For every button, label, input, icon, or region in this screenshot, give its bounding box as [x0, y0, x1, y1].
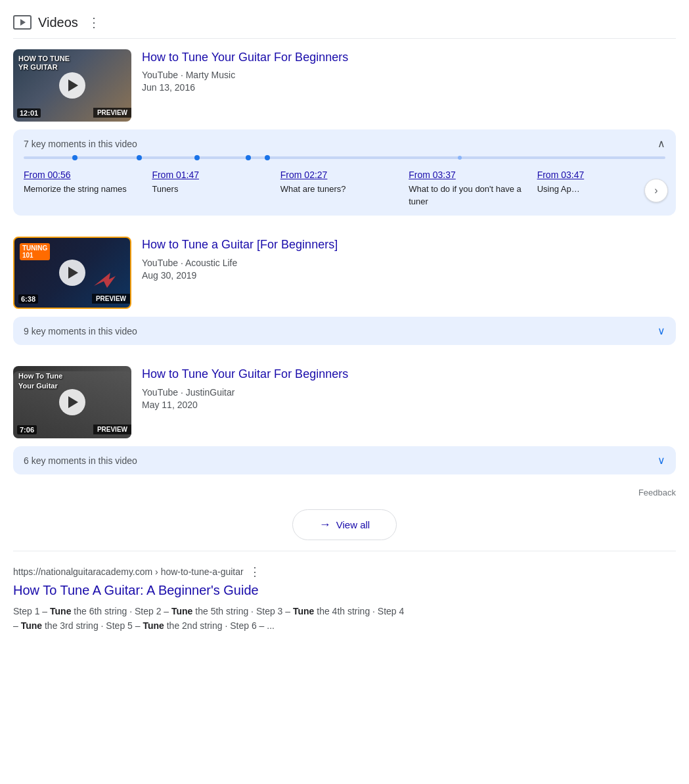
- video-thumbnail-1[interactable]: HOW TO TUNEYR GUITAR 12:01 PREVIEW: [13, 49, 131, 122]
- duration-badge-1: 12:01: [17, 108, 41, 118]
- play-triangle-1: [68, 80, 78, 91]
- duration-badge-2: 6:38: [18, 294, 38, 304]
- video-thumbnail-3[interactable]: How To TuneYour Guitar 7:06 PREVIEW: [13, 366, 131, 438]
- video-source-1: YouTube: [142, 70, 178, 80]
- play-icon: [20, 19, 26, 26]
- feedback-row: Feedback: [13, 485, 676, 504]
- video-info-2: How to Tune a Guitar [For Beginners] You…: [142, 237, 676, 280]
- video-card-2: TUNING101 6:38 PREVIEW How to Tune a Gui…: [13, 226, 676, 345]
- timeline-dot-4: [246, 155, 251, 160]
- result-title[interactable]: How To Tune A Guitar: A Beginner's Guide: [13, 582, 676, 599]
- section-title: Videos: [38, 15, 78, 30]
- moment-item-1-1: From 00:56 Memorize the string names: [24, 170, 152, 208]
- moment-desc-1-4: What to do if you don't have a tuner: [409, 184, 522, 206]
- key-moments-collapsed-3[interactable]: 6 key moments in this video ∨: [13, 446, 676, 474]
- result-snippet: Step 1 – Tune the 6th string · Step 2 – …: [13, 604, 676, 633]
- result-url: https://nationalguitaracademy.com › how-…: [13, 565, 676, 579]
- preview-badge-1: PREVIEW: [93, 108, 131, 118]
- key-moments-collapsed-2[interactable]: 9 key moments in this video ∨: [13, 317, 676, 345]
- moment-item-1-2: From 01:47 Tuners: [152, 170, 280, 208]
- key-moments-panel-1: 7 key moments in this video ∧ From 00:56…: [13, 129, 676, 216]
- moment-item-1-4: From 03:37 What to do if you don't have …: [409, 170, 537, 208]
- video-info-3: How to Tune Your Guitar For Beginners Yo…: [142, 366, 676, 409]
- video-card-3: How To TuneYour Guitar 7:06 PREVIEW How …: [13, 356, 676, 474]
- more-options-icon[interactable]: ⋮: [87, 14, 101, 30]
- bold-tune-2: Tune: [171, 606, 192, 616]
- video-date-2: Aug 30, 2019: [142, 270, 676, 281]
- video-meta-2: YouTube · Acoustic Life: [142, 258, 676, 268]
- view-all-row: → View all: [13, 504, 676, 551]
- video-thumbnail-2[interactable]: TUNING101 6:38 PREVIEW: [13, 237, 131, 309]
- collapse-moments-icon-1[interactable]: ∧: [657, 137, 665, 150]
- video-card-1: HOW TO TUNEYR GUITAR 12:01 PREVIEW How t…: [13, 39, 676, 216]
- video-channel-1: Marty Music: [186, 70, 235, 80]
- thumb-label-2: TUNING101: [20, 243, 50, 260]
- play-triangle-2: [68, 267, 78, 279]
- feedback-label[interactable]: Feedback: [638, 488, 676, 497]
- video-channel-2: Acoustic Life: [185, 258, 237, 268]
- video-source-3: YouTube: [142, 387, 178, 398]
- moment-time-1-4[interactable]: From 03:37: [409, 170, 529, 180]
- moment-desc-1-3: What are tuners?: [280, 184, 346, 194]
- play-button-2[interactable]: [59, 260, 85, 286]
- video-title-3[interactable]: How to Tune Your Guitar For Beginners: [142, 366, 676, 382]
- timeline-dot-3: [194, 155, 200, 160]
- timeline-bar-1: [24, 156, 665, 159]
- key-moments-label-1: 7 key moments in this video: [24, 139, 137, 149]
- key-moments-label-2: 9 key moments in this video: [24, 326, 137, 336]
- bold-tune-1: Tune: [50, 606, 71, 616]
- thumb-label-1: HOW TO TUNEYR GUITAR: [18, 55, 70, 72]
- video-title-2[interactable]: How to Tune a Guitar [For Beginners]: [142, 237, 676, 253]
- moment-time-1-1[interactable]: From 00:56: [24, 170, 144, 180]
- video-title-1[interactable]: How to Tune Your Guitar For Beginners: [142, 49, 676, 66]
- moments-grid-1: From 00:56 Memorize the string names Fro…: [24, 170, 665, 208]
- video-meta-3: YouTube · JustinGuitar: [142, 387, 676, 398]
- video-date-1: Jun 13, 2016: [142, 82, 676, 93]
- timeline-dot-5: [265, 155, 270, 160]
- moment-time-1-3[interactable]: From 02:27: [280, 170, 401, 180]
- moment-time-1-2[interactable]: From 01:47: [152, 170, 272, 180]
- url-text: https://nationalguitaracademy.com › how-…: [13, 566, 244, 577]
- chevron-right-icon: ›: [654, 185, 657, 196]
- moment-desc-1-2: Tuners: [152, 184, 178, 194]
- key-moments-header-1: 7 key moments in this video ∧: [24, 137, 665, 150]
- video-date-3: May 11, 2020: [142, 400, 676, 410]
- moment-desc-1-1: Memorize the string names: [24, 184, 127, 194]
- timeline-dot-sm-1: [458, 156, 462, 160]
- bold-tune-3: Tune: [293, 606, 314, 616]
- arrow-right-icon: →: [319, 518, 331, 532]
- play-button-1[interactable]: [59, 72, 85, 99]
- result-options-icon[interactable]: ⋮: [249, 565, 261, 579]
- video-meta-1: YouTube · Marty Music: [142, 70, 676, 80]
- expand-moments-icon-3[interactable]: ∨: [657, 454, 665, 467]
- bold-tune-5: Tune: [143, 620, 164, 631]
- moment-time-1-5[interactable]: From 03:47: [537, 170, 657, 180]
- video-channel-3: JustinGuitar: [186, 387, 235, 398]
- preview-badge-3: PREVIEW: [93, 425, 131, 434]
- play-button-3[interactable]: [59, 389, 85, 415]
- red-arrow-decoration: [91, 269, 117, 289]
- bold-tune-4: Tune: [21, 620, 42, 631]
- timeline-dot-2: [137, 155, 142, 160]
- key-moments-label-3: 6 key moments in this video: [24, 455, 137, 466]
- expand-moments-icon-2[interactable]: ∨: [657, 325, 665, 337]
- duration-badge-3: 7:06: [17, 425, 37, 434]
- timeline-dot-1: [72, 155, 78, 160]
- moment-desc-1-5: Using Ap…: [537, 184, 580, 194]
- videos-section-header: Videos ⋮: [13, 8, 676, 39]
- thumb-label-3: How To TuneYour Guitar: [18, 371, 62, 390]
- view-all-button[interactable]: → View all: [292, 509, 397, 540]
- search-result: https://nationalguitaracademy.com › how-…: [13, 551, 676, 639]
- preview-badge-2: PREVIEW: [92, 294, 130, 304]
- view-all-label: View all: [336, 519, 370, 530]
- moment-item-1-3: From 02:27 What are tuners?: [280, 170, 409, 208]
- video-info-1: How to Tune Your Guitar For Beginners Yo…: [142, 49, 676, 93]
- play-triangle-3: [68, 396, 78, 408]
- video-section-icon: [13, 15, 32, 30]
- video-source-2: YouTube: [142, 258, 178, 268]
